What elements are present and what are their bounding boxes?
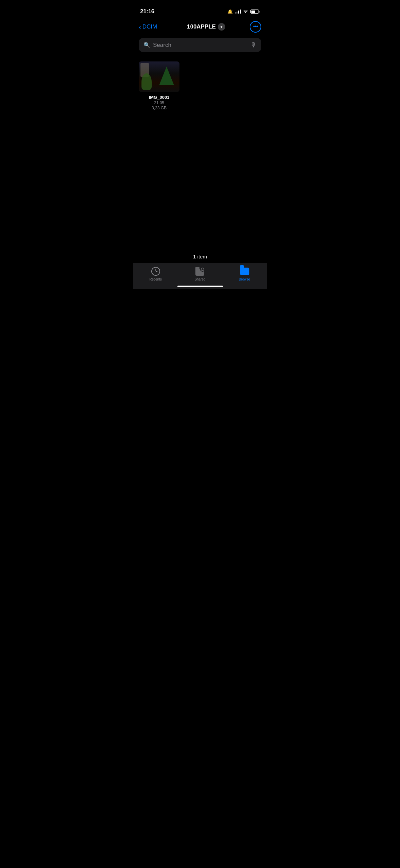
search-bar[interactable]: 🔍 🎙 [139,38,261,52]
nav-dropdown-button[interactable]: ▾ [218,23,225,31]
tab-recents[interactable]: Recents [144,267,168,281]
nav-bar: ‹ DCIM 100APPLE ▾ ••• [133,18,267,35]
wifi-icon [243,10,248,14]
search-input[interactable] [153,42,248,49]
file-thumbnail [139,61,179,92]
file-size: 3,23 GB [152,106,167,110]
status-time: 21:16 [140,8,154,15]
signal-icon [235,10,241,14]
more-dots-icon: ••• [253,24,258,29]
nav-title-container: 100APPLE ▾ [163,23,250,31]
item-count: 1 item [133,254,267,259]
tab-browse-label: Browse [239,277,250,281]
tab-shared-label: Shared [194,277,205,281]
battery-icon [250,10,260,14]
tab-shared[interactable]: Shared [188,267,212,281]
back-label: DCIM [142,23,157,30]
search-icon: 🔍 [144,42,150,48]
home-indicator [177,286,223,287]
file-item[interactable]: IMG_0001 21:05 3,23 GB [139,61,179,110]
tab-browse[interactable]: Browse [233,267,256,281]
back-button[interactable]: ‹ DCIM [139,23,163,30]
browse-icon [240,267,249,276]
back-chevron-icon: ‹ [139,23,141,30]
file-time: 21:05 [154,101,164,105]
shared-icon [195,267,205,276]
status-bar: 21:16 🔔̸ [133,0,267,18]
microphone-icon[interactable]: 🎙 [250,41,256,49]
file-name: IMG_0001 [149,95,170,100]
chevron-down-icon: ▾ [221,25,223,29]
tab-recents-label: Recents [149,277,162,281]
nav-more-button[interactable]: ••• [250,21,261,33]
status-right: 🔔̸ [227,9,260,14]
recents-icon [151,267,160,276]
nav-title: 100APPLE [187,23,216,30]
thumbnail-image [139,61,179,92]
mute-icon: 🔔̸ [227,9,233,14]
search-container: 🔍 🎙 [133,35,267,56]
file-grid: IMG_0001 21:05 3,23 GB [133,56,267,116]
